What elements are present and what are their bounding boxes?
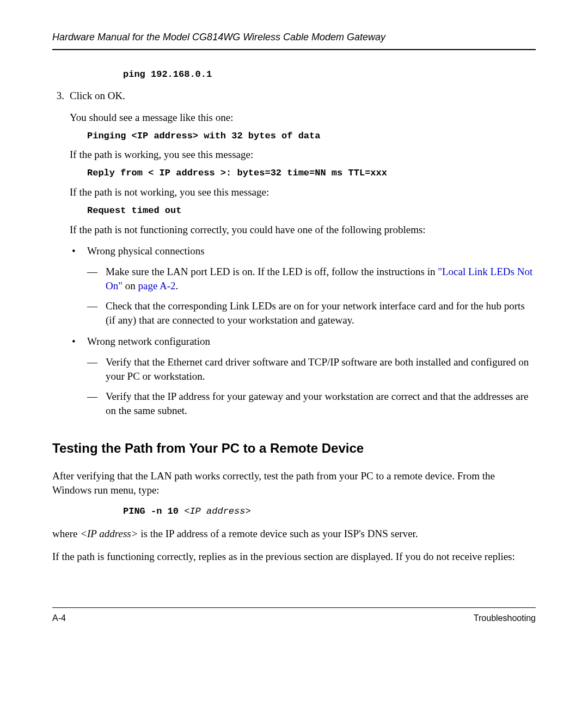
- bullet-text: Wrong network configuration: [87, 336, 210, 347]
- instruction-text: If the path is not working, you see this…: [70, 185, 536, 199]
- section-name: Troubleshooting: [474, 612, 536, 624]
- code-reply: Reply from < IP address >: bytes=32 time…: [87, 167, 536, 180]
- step-text: Click on OK.: [70, 89, 536, 103]
- sub-item-text: Check that the corresponding Link LEDs a…: [106, 299, 536, 327]
- problems-list: • Wrong physical connections — Make sure…: [70, 244, 536, 417]
- list-item: — Verify that the IP address for your ga…: [87, 389, 536, 417]
- list-item: • Wrong network configuration — Verify t…: [70, 334, 536, 417]
- sub-item-text: Make sure the LAN port LED is on. If the…: [106, 265, 536, 293]
- code-ping-remote: PING -n 10 <IP address>: [123, 506, 536, 518]
- body-paragraph: where <IP address> is the IP address of …: [52, 527, 536, 541]
- step-number: 3.: [52, 89, 70, 103]
- link-page-a2[interactable]: page A-2: [138, 280, 175, 291]
- body-paragraph: After verifying that the LAN path works …: [52, 469, 536, 497]
- bullet-icon: •: [70, 334, 87, 417]
- code-ping-local: ping 192.168.0.1: [123, 69, 536, 81]
- sub-list: — Make sure the LAN port LED is on. If t…: [87, 265, 536, 327]
- bullet-icon: •: [70, 244, 87, 327]
- instruction-text: You should see a message like this one:: [70, 111, 536, 125]
- step-3: 3. Click on OK.: [52, 89, 536, 103]
- dash-icon: —: [87, 265, 106, 293]
- sub-item-text: Verify that the IP address for your gate…: [106, 389, 536, 417]
- list-item: — Make sure the LAN port LED is on. If t…: [87, 265, 536, 293]
- code-timeout: Request timed out: [87, 205, 536, 217]
- dash-icon: —: [87, 299, 106, 327]
- code-pinging: Pinging <IP address> with 32 bytes of da…: [87, 130, 536, 143]
- sub-list: — Verify that the Ethernet card driver s…: [87, 355, 536, 418]
- body-paragraph: If the path is functioning correctly, re…: [52, 550, 536, 564]
- list-item: — Verify that the Ethernet card driver s…: [87, 355, 536, 383]
- dash-icon: —: [87, 389, 106, 417]
- page-header: Hardware Manual for the Model CG814WG Wi…: [52, 31, 536, 50]
- page-footer: A-4 Troubleshooting: [52, 607, 536, 624]
- page-number: A-4: [52, 612, 66, 624]
- instruction-text: If the path is working, you see this mes…: [70, 148, 536, 162]
- list-item: — Check that the corresponding Link LEDs…: [87, 299, 536, 327]
- section-heading: Testing the Path from Your PC to a Remot…: [52, 440, 536, 457]
- list-item: • Wrong physical connections — Make sure…: [70, 244, 536, 327]
- instruction-text: If the path is not functioning correctly…: [70, 223, 536, 237]
- dash-icon: —: [87, 355, 106, 383]
- bullet-text: Wrong physical connections: [87, 245, 205, 257]
- sub-item-text: Verify that the Ethernet card driver sof…: [106, 355, 536, 383]
